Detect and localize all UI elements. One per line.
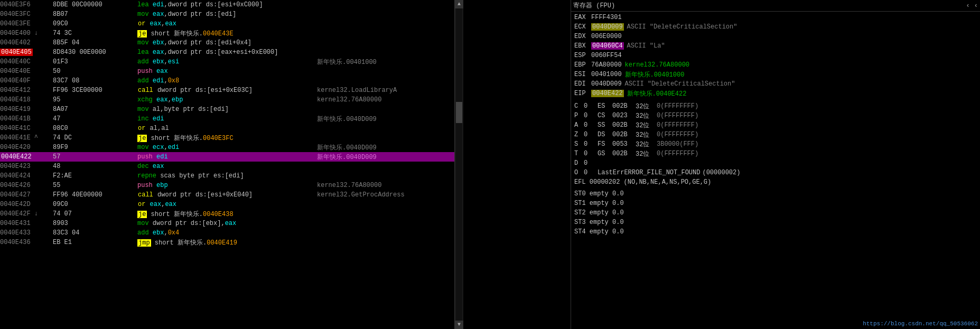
disasm-row-addr[interactable]: 0040E3FC [0,10,53,19]
disasm-row-instr[interactable]: lea edi,dword ptr ds:[esi+0xC000] [137,0,317,10]
disasm-row-addr[interactable]: 0040E405 [0,48,53,57]
register-row: EDX006E0000 [573,32,978,41]
flag-row: A0SS002B32位0(FFFFFFFF) [573,120,978,130]
disasm-row-comment: kernel32.76A80000 [317,95,454,105]
disasm-row-instr[interactable]: inc edi [137,114,317,124]
disasm-row-addr[interactable]: 0040E433 [0,228,53,238]
disasm-row-instr[interactable]: call dword ptr ds:[esi+0xE040] [137,190,317,200]
disasm-row-addr[interactable]: 0040E41C [0,124,53,133]
reg-value[interactable]: 00401000 [591,71,622,78]
flag-bits: (00000002) [700,169,740,176]
st-reg-row: ST0 empty 0.0 [573,189,978,199]
disasm-row-addr[interactable]: 0040E431 [0,219,53,228]
disasm-row-instr[interactable]: push edi [137,152,317,162]
disasm-row-instr[interactable]: or eax,eax [137,19,317,29]
disasm-addr: 0040E419 [0,106,31,113]
disasm-row-addr[interactable]: 0040E419 [0,105,53,114]
reg-value[interactable]: FFFF4301 [591,14,622,21]
disasm-row-instr[interactable]: xchg eax,ebp [137,95,317,105]
flag-value[interactable]: 0 [584,121,593,129]
disasm-row-addr[interactable]: 0040E422 [0,152,53,162]
disasm-row-addr[interactable]: 0040E3FE [0,19,53,29]
disasm-row-addr[interactable]: 0040E423 [0,162,53,171]
disasm-row-addr[interactable]: 0040E40C [0,57,53,67]
disasm-row-addr[interactable]: 0040E420 [0,143,53,152]
register-row: EDI0040D009ASCII "DeleteCriticalSection" [573,79,978,89]
disasm-comment: 新年快乐.00401000 [317,58,377,67]
scroll-thumb[interactable] [456,102,462,123]
disasm-row-addr[interactable]: 0040E427 [0,190,53,200]
disasm-row-addr[interactable]: 0040E41B [0,114,53,124]
reg-value[interactable]: 0060FF54 [591,52,622,59]
disasm-row-bytes: 50 [53,67,137,76]
disasm-row-instr[interactable]: je short 新年快乐.0040E438 [137,209,317,219]
reg-value[interactable]: 76A80000 [591,61,622,69]
disasm-row-instr[interactable]: je short 新年快乐.0040E43E [137,29,317,38]
disasm-row-addr[interactable]: 0040E42D [0,200,53,209]
disasm-row-addr[interactable]: 0040E3F6 [0,0,53,10]
scroll-track[interactable] [456,8,462,321]
flag-value[interactable]: 0 [584,102,593,110]
disasm-row-addr[interactable]: 0040E402 [0,38,53,48]
disasm-row-addr[interactable]: 0040E42F ↓ [0,209,53,219]
disasm-row-addr[interactable]: 0040E426 [0,181,53,190]
disasm-row-instr[interactable]: mov ebx,dword ptr ds:[edi+0x4] [137,38,317,48]
reg-value[interactable]: 0040D009 [591,80,622,88]
disasm-row-bytes: F2:AE [53,171,137,181]
flag-bits: 32位 [633,149,655,158]
reg-value[interactable]: 0040E422 [591,90,624,97]
disasm-row-instr[interactable]: lea eax,dword ptr ds:[eax+esi+0xE000] [137,48,317,57]
flag-name: P [574,112,584,119]
reg-value[interactable]: 0040D009 [591,23,624,31]
flag-value[interactable]: 0 [584,159,593,167]
scroll-down-btn[interactable]: ▼ [455,321,463,329]
disasm-row-instr[interactable]: or eax,eax [137,200,317,209]
disasm-row-instr[interactable]: jmp short 新年快乐.0040E419 [137,238,317,247]
disasm-row-bytes: 95 [53,95,137,105]
disasm-row-instr[interactable]: add ebx,esi [137,57,317,67]
disasm-row-instr[interactable]: mov eax,dword ptr ds:[edi] [137,10,317,19]
disasm-row-addr[interactable]: 0040E424 [0,171,53,181]
disasm-row-instr[interactable]: repne scas byte ptr es:[edi] [137,171,317,181]
disasm-row-instr[interactable]: mov al,byte ptr ds:[edi] [137,105,317,114]
disasm-row-bytes: 57 [53,152,137,162]
flag-value[interactable]: 0 [584,140,593,148]
footer-url: https://blog.csdn.net/qq_50536062 [863,321,978,327]
disasm-addr: 0040E436 [0,239,31,246]
disasm-row-instr[interactable]: add edi,0x8 [137,76,317,86]
disasm-bytes: 95 [53,96,60,104]
collapse-right-icon[interactable]: ‹ [974,2,978,10]
disasm-instr: mov eax,dword ptr ds:[edi] [137,11,236,18]
disasm-instr: push edi [137,153,168,161]
disasm-row-addr[interactable]: 0040E436 [0,238,53,247]
reg-value[interactable]: 006E0000 [591,33,622,40]
disasm-row-instr[interactable]: dec eax [137,162,317,171]
disasm-addr: 0040E40F [0,77,31,84]
disasm-row-instr[interactable]: add ebx,0x4 [137,228,317,238]
disasm-row-instr[interactable]: mov dword ptr ds:[ebx],eax [137,219,317,228]
disasm-row-instr[interactable]: push ebp [137,181,317,190]
disasm-scrollbar[interactable]: ▲ ▼ [454,0,463,329]
flag-value[interactable]: 0 [584,169,593,176]
disasm-row-instr[interactable]: or al,al [137,124,317,133]
collapse-left-icon[interactable]: ‹ [966,2,970,10]
disasm-row-bytes: 01F3 [53,57,137,67]
disasm-row-instr[interactable]: call dword ptr ds:[esi+0xE03C] [137,86,317,95]
disasm-row-addr[interactable]: 0040E40E [0,67,53,76]
disasm-row-addr[interactable]: 0040E41E ^ [0,133,53,143]
disasm-row-instr[interactable]: push eax [137,67,317,76]
flag-value[interactable]: 0 [584,112,593,119]
disasm-row-addr[interactable]: 0040E412 [0,86,53,95]
scroll-up-btn[interactable]: ▲ [455,0,463,8]
disasm-instr: dec eax [137,163,164,170]
flag-row: C0ES002B32位0(FFFFFFFF) [573,101,978,111]
flag-value[interactable]: 0 [584,150,593,157]
disasm-row-addr[interactable]: 0040E418 [0,95,53,105]
disasm-row-instr[interactable]: je short 新年快乐.0040E3FC [137,133,317,143]
disasm-row-instr[interactable]: mov ecx,edi [137,143,317,152]
disasm-row-addr[interactable]: 0040E400 ↓ [0,29,53,38]
reg-value[interactable]: 004060C4 [591,42,624,50]
disasm-row-addr[interactable]: 0040E40F [0,76,53,86]
flag-value[interactable]: 0 [584,131,593,138]
reg-name: EBX [574,42,591,50]
